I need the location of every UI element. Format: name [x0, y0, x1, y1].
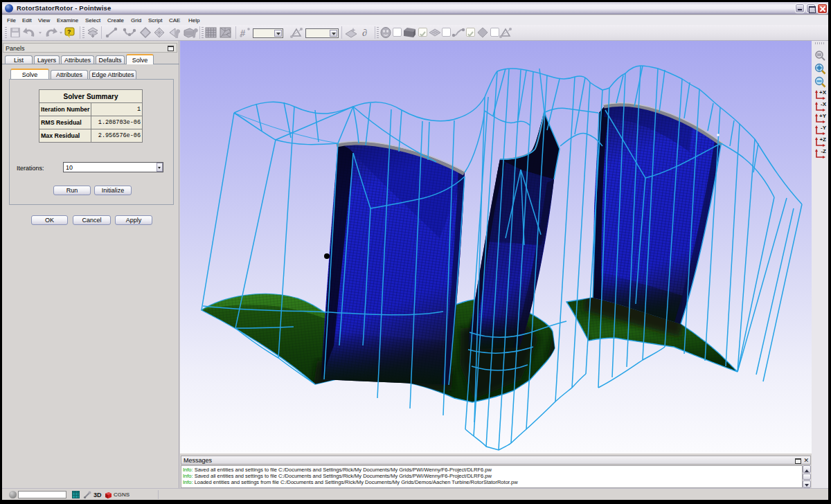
svg-text:∂: ∂ [362, 28, 367, 38]
svg-text:?: ? [67, 28, 71, 35]
